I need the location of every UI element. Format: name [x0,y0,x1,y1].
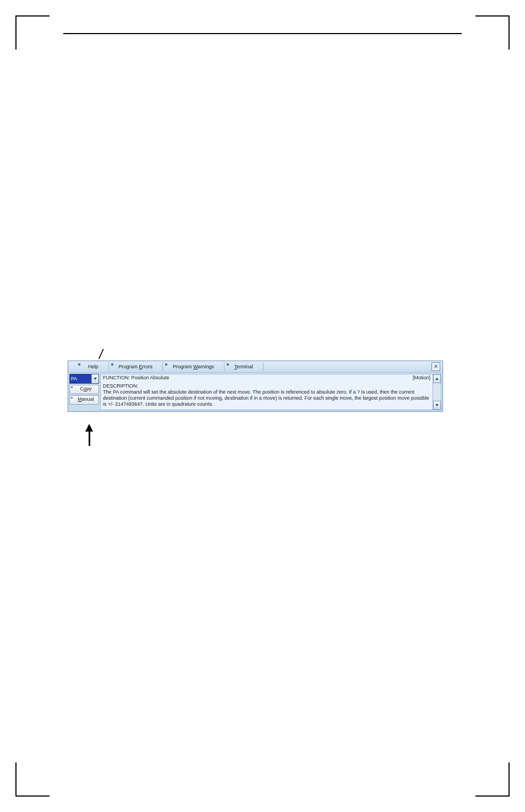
tab-help-label: Help [88,364,99,369]
function-category: [Motion] [413,375,430,381]
callout-slash: / [99,347,103,362]
tab-pw-post: arnings [198,364,214,369]
chevron-up-icon [435,378,439,380]
crop-corner-bl [15,762,50,797]
arrow-up-icon [85,424,93,432]
crop-corner-br [475,762,510,797]
copy-button[interactable]: Copy [69,385,99,394]
function-label: FUNCTION: [103,375,130,380]
tab-pw-u: W [193,364,198,369]
crop-corner-tl [15,15,50,50]
tab-program-errors[interactable]: Program Errors [109,362,163,371]
callout-arrow [85,424,93,446]
help-text-content: FUNCTION: Position Absolute [Motion] DES… [101,374,433,410]
combo-dropdown-button[interactable] [91,374,99,383]
left-controls: Copy Manual [68,373,100,411]
scroll-up-button[interactable] [433,374,441,383]
tab-pw-pre: Program [173,364,193,369]
chevron-down-icon [94,378,97,380]
help-text-area: FUNCTION: Position Absolute [Motion] DES… [100,374,441,410]
help-panel: Help Program Errors Program Warnings Ter… [68,361,443,412]
close-button[interactable]: ✕ [431,362,440,371]
manual-u: M [78,396,82,402]
chevron-down-icon [435,404,439,406]
tab-term-post: erminal [237,364,253,369]
tab-terminal[interactable]: Terminal [225,362,264,371]
description-body: The PA command will set the absolute des… [103,389,430,407]
scrollbar[interactable] [433,374,441,410]
panel-body: Copy Manual FUNCTION: Position Absolute … [68,373,442,411]
manual-button[interactable]: Manual [69,395,99,405]
tab-program-warnings[interactable]: Program Warnings [163,362,225,371]
command-input[interactable] [70,374,91,383]
tab-help[interactable]: Help [68,362,109,371]
close-icon: ✕ [434,363,438,369]
horizontal-rule [63,33,462,34]
scroll-down-button[interactable] [433,401,441,410]
arrow-stem [89,432,90,446]
tab-bar: Help Program Errors Program Warnings Ter… [68,361,442,373]
function-value: Position Absolute [130,375,169,380]
tab-pe-post: rrors [143,364,153,369]
copy-post: py [86,386,92,391]
manual-post: anual [82,396,94,402]
crop-corner-tr [475,15,510,50]
command-combo[interactable] [69,374,99,384]
tab-pe-pre: Program [119,364,139,369]
description-label: DESCRIPTION: [103,383,430,389]
